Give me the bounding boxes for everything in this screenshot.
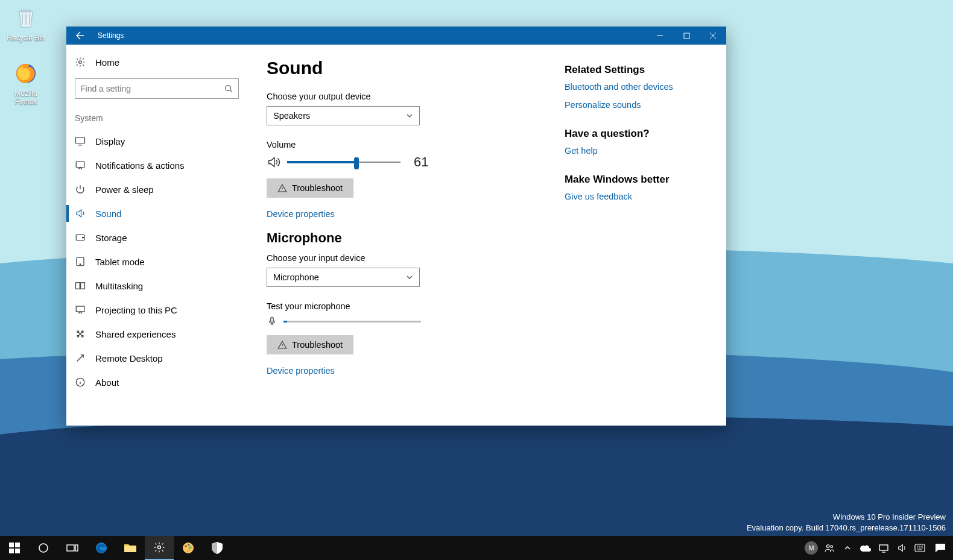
sidebar-home[interactable]: Home (66, 51, 247, 74)
window-title: Settings (94, 31, 647, 40)
svg-rect-4 (76, 137, 85, 143)
speaker-icon (267, 156, 280, 169)
remote-icon (75, 353, 86, 363)
firefox-icon (11, 59, 40, 88)
microphone-heading: Microphone (267, 230, 540, 246)
sidebar-item-label: Power & sleep (95, 184, 154, 195)
output-troubleshoot-button[interactable]: Troubleshoot (267, 178, 353, 198)
sidebar-group-title: System (66, 110, 247, 129)
task-view-button[interactable] (58, 536, 87, 560)
close-button[interactable] (700, 27, 726, 45)
input-device-dropdown[interactable]: Microphone (267, 268, 420, 287)
sidebar-item-label: Multitasking (95, 281, 143, 291)
chevron-down-icon (406, 112, 413, 119)
svg-point-34 (831, 546, 832, 547)
output-device-dropdown[interactable]: Speakers (267, 106, 420, 125)
power-icon (75, 184, 86, 195)
maximize-button[interactable] (673, 27, 700, 45)
sidebar-item-shared[interactable]: Shared experiences (66, 322, 247, 346)
titlebar[interactable]: Settings (66, 27, 726, 45)
svg-rect-1 (684, 33, 689, 39)
svg-rect-10 (76, 283, 80, 289)
question-heading: Have a question? (565, 128, 707, 140)
button-label: Troubleshoot (292, 183, 343, 193)
svg-rect-5 (76, 162, 84, 168)
desktop[interactable]: Recycle Bin Mozilla Firefox Settings (0, 0, 953, 560)
svg-point-32 (189, 546, 191, 548)
settings-window: Settings Home Syste (66, 27, 726, 426)
taskbar-edge[interactable] (87, 536, 116, 560)
display-icon (75, 136, 86, 146)
sidebar-item-label: About (95, 377, 119, 388)
taskbar[interactable]: M (0, 536, 953, 560)
info-icon (75, 377, 86, 388)
svg-point-31 (188, 544, 189, 546)
output-device-properties-link[interactable]: Device properties (267, 209, 335, 219)
slider-fill (287, 161, 356, 163)
sidebar-item-label: Sound (95, 209, 121, 219)
watermark-line1: Windows 10 Pro Insider Preview (747, 512, 946, 523)
tray-action-center-icon[interactable] (930, 536, 951, 560)
taskbar-explorer[interactable] (116, 536, 145, 560)
minimize-button[interactable] (647, 27, 673, 45)
volume-slider[interactable] (287, 161, 401, 163)
svg-point-23 (39, 544, 48, 552)
back-button[interactable] (66, 27, 94, 45)
tray-people[interactable] (822, 536, 837, 560)
sidebar-item-power[interactable]: Power & sleep (66, 177, 247, 201)
sidebar-item-notifications[interactable]: Notifications & actions (66, 153, 247, 177)
multitasking-icon (75, 280, 86, 291)
link-personalize-sounds[interactable]: Personalize sounds (565, 100, 707, 110)
sidebar-item-label: Tablet mode (95, 257, 145, 267)
better-heading: Make Windows better (565, 174, 707, 186)
sidebar-item-multitasking[interactable]: Multitasking (66, 274, 247, 298)
search-box[interactable] (75, 78, 239, 99)
volume-value: 61 (414, 154, 428, 170)
slider-thumb[interactable] (354, 157, 359, 169)
taskbar-settings[interactable] (145, 536, 174, 560)
link-bluetooth[interactable]: Bluetooth and other devices (565, 82, 707, 92)
taskbar-security[interactable] (203, 536, 232, 560)
search-input[interactable] (80, 84, 224, 93)
taskbar-paint[interactable] (174, 536, 203, 560)
output-device-label: Choose your output device (267, 92, 540, 101)
tray-user[interactable]: M (803, 536, 819, 560)
mic-device-properties-link[interactable]: Device properties (267, 366, 335, 376)
sidebar-item-remote[interactable]: Remote Desktop (66, 346, 247, 370)
system-tray: M (803, 536, 953, 560)
tray-chevron-up-icon[interactable] (840, 536, 855, 560)
sidebar-item-label: Projecting to this PC (95, 305, 177, 315)
tray-volume-icon[interactable] (894, 536, 910, 560)
sidebar-item-storage[interactable]: Storage (66, 225, 247, 250)
cortana-button[interactable] (29, 536, 58, 560)
sidebar-item-about[interactable]: About (66, 370, 247, 394)
tray-ime-icon[interactable] (912, 536, 928, 560)
link-get-help[interactable]: Get help (565, 146, 707, 156)
link-feedback[interactable]: Give us feedback (565, 192, 707, 201)
svg-rect-25 (75, 545, 78, 551)
sidebar-item-label: Notifications & actions (95, 160, 185, 171)
sidebar-item-projecting[interactable]: Projecting to this PC (66, 298, 247, 322)
desktop-icon-firefox[interactable]: Mozilla Firefox (4, 59, 48, 106)
test-mic-label: Test your microphone (267, 301, 540, 311)
sidebar-item-tablet[interactable]: Tablet mode (66, 250, 247, 274)
svg-rect-35 (879, 545, 888, 550)
input-device-label: Choose your input device (267, 253, 540, 263)
mic-troubleshoot-button[interactable]: Troubleshoot (267, 335, 353, 354)
svg-rect-22 (15, 549, 20, 553)
start-button[interactable] (0, 536, 29, 560)
svg-point-28 (158, 546, 161, 549)
desktop-icon-recycle-bin[interactable]: Recycle Bin (4, 4, 48, 42)
recycle-bin-icon (11, 4, 40, 33)
tray-onedrive-icon[interactable] (858, 536, 873, 560)
sound-icon (75, 208, 86, 219)
svg-rect-18 (271, 317, 274, 322)
desktop-icon-label: Mozilla Firefox (4, 89, 48, 106)
output-device-value: Speakers (273, 111, 310, 121)
tray-network-icon[interactable] (876, 536, 891, 560)
svg-rect-20 (15, 543, 20, 547)
shared-icon (75, 329, 86, 339)
storage-icon (75, 232, 86, 243)
sidebar-item-display[interactable]: Display (66, 129, 247, 153)
sidebar-item-sound[interactable]: Sound (66, 201, 247, 225)
